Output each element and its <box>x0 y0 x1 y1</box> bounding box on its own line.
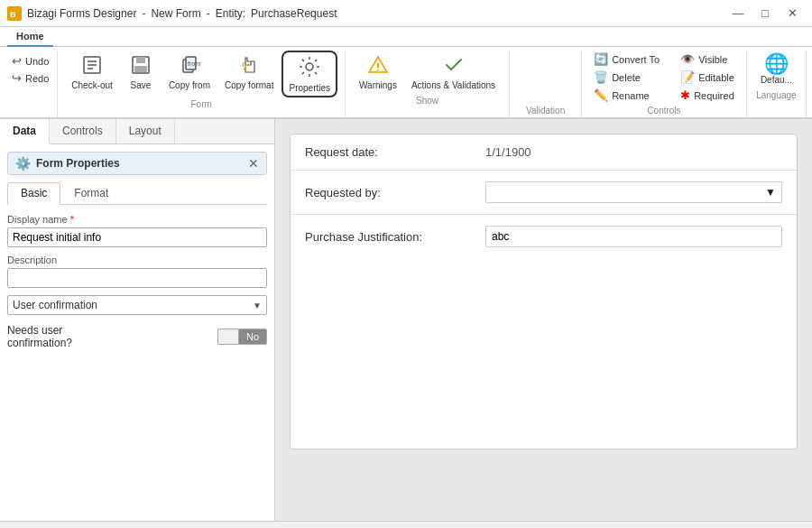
justification-label: Purchase Justification: <box>305 230 485 244</box>
visible-icon: 👁️ <box>680 52 695 66</box>
requestedby-select[interactable]: ▼ <box>485 181 782 203</box>
save-button[interactable]: Save <box>121 51 161 94</box>
properties-button[interactable]: Properties <box>281 51 337 97</box>
save-label: Save <box>130 80 151 90</box>
ribbon-group-validation: Validation <box>510 51 582 117</box>
requestdate-label: Request date: <box>305 145 485 159</box>
editable-button[interactable]: 📝 Editable <box>676 69 739 86</box>
svg-rect-7 <box>136 57 145 63</box>
panel-tab-layout[interactable]: Layout <box>116 119 175 144</box>
save-icon <box>130 54 152 79</box>
required-star: * <box>70 214 74 225</box>
section-icon: ⚙️ <box>15 156 31 171</box>
ribbon: Home ↩ Undo ↪ Redo <box>0 27 812 119</box>
displayname-label: Display name * <box>7 214 267 225</box>
section-title: Form Properties <box>36 157 120 170</box>
main-area: Data Controls Layout ⚙️ Form Properties … <box>0 119 812 521</box>
rename-label: Rename <box>612 90 650 101</box>
tab-home[interactable]: Home <box>7 27 53 47</box>
requestedby-label: Requested by: <box>305 186 485 199</box>
language-label: Defau... <box>761 75 792 85</box>
status-bar <box>0 521 812 528</box>
copyfrom-icon: from <box>179 54 200 79</box>
title-bar-left: B Bizagi Forms Designer - New Form - Ent… <box>7 6 337 21</box>
confirm-label: Needs userconfirmation? <box>7 324 72 349</box>
form-row-requestdate: Request date: 1/1/1900 <box>291 134 797 171</box>
delete-button[interactable]: 🗑️ Delete <box>589 69 664 86</box>
app-title: Bizagi Forms Designer <box>27 7 136 20</box>
svg-rect-8 <box>134 66 147 72</box>
minimize-button[interactable]: — <box>725 4 751 23</box>
redo-label: Redo <box>25 73 49 84</box>
title-separator2: - <box>207 7 210 20</box>
userconfirmation-dropdown[interactable]: User confirmation ▼ <box>7 295 267 315</box>
sub-tab-basic[interactable]: Basic <box>7 182 60 205</box>
convertto-button[interactable]: 🔄 Convert To <box>589 51 664 68</box>
copyformat-icon <box>238 54 260 79</box>
checkout-button[interactable]: Check-out <box>65 51 119 94</box>
title-separator1: - <box>142 7 145 20</box>
panel-tab-bar: Data Controls Layout <box>0 119 274 144</box>
close-window-button[interactable]: ✕ <box>780 4 805 23</box>
right-canvas: Request date: 1/1/1900 Requested by: ▼ P… <box>275 119 812 521</box>
warnings-button[interactable]: Warnings <box>353 51 403 94</box>
title-bar: B Bizagi Forms Designer - New Form - Ent… <box>0 0 812 27</box>
required-button[interactable]: ✱ Required <box>676 87 739 104</box>
copyformat-button[interactable]: Copy format <box>218 51 280 94</box>
warnings-label: Warnings <box>359 80 397 90</box>
ribbon-content: ↩ Undo ↪ Redo <box>0 47 812 117</box>
toggle-empty-option[interactable] <box>217 329 238 345</box>
dropdown-label: User confirmation <box>13 299 97 311</box>
panel-tab-data[interactable]: Data <box>0 119 50 144</box>
actions-label: Actions & Validations <box>411 80 495 90</box>
confirm-row: Needs userconfirmation? No <box>7 324 267 349</box>
close-panel-button[interactable]: ✕ <box>248 156 259 171</box>
maximize-button[interactable]: □ <box>752 4 778 23</box>
actions-button[interactable]: Actions & Validations <box>405 51 502 94</box>
entity-name: PurchaseRequest <box>251 7 337 20</box>
toggle-no-option[interactable]: No <box>238 329 267 345</box>
rename-button[interactable]: ✏️ Rename <box>589 87 664 104</box>
form-name: New Form <box>151 7 200 20</box>
controls-group-buttons: 🔄 Convert To 🗑️ Delete ✏️ Rename <box>589 51 739 104</box>
ribbon-group-show: Warnings Actions & Validations Show <box>346 51 510 117</box>
checkout-icon <box>81 54 103 79</box>
form-group-buttons: Check-out Save <box>65 51 337 97</box>
section-header: ⚙️ Form Properties ✕ <box>7 152 267 175</box>
sub-tab-bar: Basic Format <box>7 182 267 205</box>
form-canvas: Request date: 1/1/1900 Requested by: ▼ P… <box>290 134 798 449</box>
entity-label: Entity: <box>216 7 245 20</box>
copyfrom-button[interactable]: from Copy from <box>162 51 217 94</box>
copyfrom-label: Copy from <box>169 80 210 90</box>
controls-group-label: Controls <box>647 106 680 116</box>
sub-tab-format[interactable]: Format <box>60 182 122 204</box>
redo-button[interactable]: ↪ Redo <box>7 69 53 87</box>
displayname-input[interactable] <box>7 227 267 247</box>
svg-point-12 <box>306 63 313 70</box>
rename-icon: ✏️ <box>594 88 608 102</box>
panel-tab-controls[interactable]: Controls <box>50 119 116 144</box>
section-title-container: ⚙️ Form Properties <box>15 156 120 171</box>
visible-button[interactable]: 👁️ Visible <box>676 51 739 68</box>
panel-content: ⚙️ Form Properties ✕ Basic Format Displa… <box>0 144 274 521</box>
svg-point-14 <box>377 69 379 71</box>
undo-redo-group: ↩ Undo ↪ Redo <box>4 51 58 117</box>
undo-button[interactable]: ↩ Undo <box>7 52 53 69</box>
ribbon-tab-bar: Home <box>0 27 812 47</box>
dropdown-arrow-icon: ▼ <box>253 301 262 310</box>
justification-input[interactable] <box>485 226 782 247</box>
language-icon: 🌐 <box>764 54 789 74</box>
ribbon-group-controls: 🔄 Convert To 🗑️ Delete ✏️ Rename <box>582 51 747 117</box>
ribbon-group-language: 🌐 Defau... Language <box>747 51 807 117</box>
description-input[interactable] <box>7 268 267 288</box>
editable-label: Editable <box>698 72 734 83</box>
svg-text:B: B <box>10 10 16 19</box>
ribbon-group-form: Check-out Save <box>58 51 346 117</box>
language-button[interactable]: 🌐 Defau... <box>754 51 798 88</box>
actions-icon <box>443 54 465 79</box>
app-icon: B <box>7 6 22 21</box>
description-field-group: Description <box>7 255 267 288</box>
displayname-field-group: Display name * <box>7 214 267 247</box>
validation-group-label: Validation <box>526 106 565 116</box>
checkout-label: Check-out <box>71 80 113 90</box>
